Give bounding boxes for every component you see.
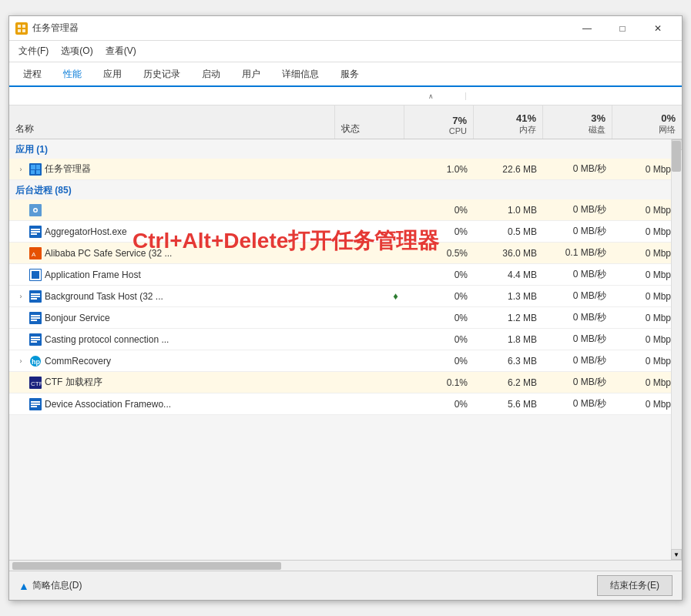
window-controls: — □ ✕ [569,16,676,41]
horizontal-scrollbar[interactable] [9,560,682,571]
expand-icon[interactable]: › [15,291,26,302]
svg-rect-8 [36,170,40,174]
maximize-button[interactable]: □ [605,16,640,41]
content-area: ∧ 名称 状态 7% CPU 41% 内存 3% 磁盘 0% [9,87,682,571]
tab-app[interactable]: 应用 [92,62,132,87]
col-header-disk[interactable]: 3% 磁盘 [543,105,612,139]
menu-options[interactable]: 选项(O) [55,42,99,61]
memory-cell: 4.4 MB [474,270,543,280]
scroll-thumb[interactable] [672,141,681,172]
tab-startup[interactable]: 启动 [191,62,231,87]
mem-pct: 41% [516,112,536,124]
table-row[interactable]: Device Association Framewo... 0% 5.6 MB … [9,393,682,415]
table-row[interactable]: A Alibaba PC Safe Service (32 ... 0.5% 3… [9,243,682,264]
expand-icon[interactable] [15,377,26,388]
expand-icon[interactable] [15,226,26,237]
svg-rect-13 [31,229,40,230]
svg-point-11 [35,209,37,211]
table-row[interactable]: Casting protocol connection ... 0% 1.8 M… [9,329,682,350]
cpu-pct: 7% [452,115,467,126]
table-row[interactable]: Bonjour Service 0% 1.2 MB 0 MB/秒 0 Mbps [9,307,682,329]
vertical-scrollbar[interactable]: ▲ ▼ [671,139,682,560]
process-name-cell: CTF CTF 加载程序 [9,376,335,389]
table-row[interactable]: › Background Task Host (32 ... ♦ 0% 1.3 … [9,286,682,307]
expand-icon[interactable]: › [15,164,26,175]
expand-icon[interactable]: › [15,356,26,367]
tab-services[interactable]: 服务 [330,62,370,87]
end-task-button[interactable]: 结束任务(E) [597,575,673,596]
memory-cell: 1.0 MB [474,205,543,216]
table-row[interactable]: › hp CommRecovery 0% 6.3 MB 0 MB/秒 0 Mbp… [9,350,682,372]
tab-history[interactable]: 历史记录 [132,62,191,87]
table-row[interactable]: Application Frame Host 0% 4.4 MB 0 MB/秒 … [9,264,682,286]
expand-icon[interactable] [15,270,26,280]
expand-icon[interactable] [15,248,26,259]
menu-file[interactable]: 文件(F) [12,42,55,61]
close-button[interactable]: ✕ [640,16,676,41]
table-row[interactable]: 0% 1.0 MB 0 MB/秒 0 Mbps [9,199,682,221]
memory-cell: 6.2 MB [474,377,543,388]
task-manager-window: 任务管理器 — □ ✕ 文件(F) 选项(O) 查看(V) 进程 性能 应用 历… [8,15,683,601]
table-row[interactable]: CTF CTF 加载程序 0.1% 6.2 MB 0 MB/秒 0 Mbps [9,372,682,393]
net-label: 网络 [659,124,676,136]
memory-cell: 1.8 MB [474,334,543,345]
disk-cell: 0 MB/秒 [543,397,612,410]
hscroll-thumb[interactable] [12,562,281,570]
process-name-text: Bonjour Service [45,313,110,323]
apps-section-header[interactable]: 应用 (1) [9,139,682,159]
cpu-sort-arrow[interactable]: ∧ [428,92,434,100]
window-title: 任务管理器 [32,22,79,35]
expand-icon[interactable] [15,205,26,216]
tab-performance[interactable]: 性能 [52,62,92,87]
device-icon [29,398,42,410]
cpu-cell: 0% [404,356,474,367]
tab-process[interactable]: 进程 [12,62,52,87]
table-row[interactable]: AggregatorHost.exe 0% 0.5 MB 0 MB/秒 0 Mb… [9,221,682,243]
expand-icon[interactable] [15,313,26,323]
menu-bar: 文件(F) 选项(O) 查看(V) [9,41,682,62]
process-name-cell: › hp CommRecovery [9,355,335,367]
minimize-button[interactable]: — [569,16,605,41]
memory-cell: 0.5 MB [474,226,543,237]
table-row[interactable]: › 任务管理器 1.0% 22.6 MB 0 MB [9,159,682,180]
svg-rect-0 [18,25,21,28]
cpu-cell: 0% [404,334,474,345]
svg-rect-21 [31,293,40,295]
expand-icon[interactable] [15,334,26,345]
svg-text:CTF: CTF [31,380,42,387]
appframe-icon [29,269,42,281]
bg-section-header[interactable]: 后台进程 (85) [9,180,682,199]
ctf-icon: CTF [29,377,42,389]
apps-section-label: 应用 (1) [15,143,48,156]
svg-rect-23 [31,298,37,300]
disk-label: 磁盘 [589,124,605,136]
brief-info-button[interactable]: ▲ 简略信息(D) [18,579,82,592]
disk-pct: 3% [591,112,605,124]
tab-details[interactable]: 详细信息 [271,62,330,87]
menu-view[interactable]: 查看(V) [99,42,143,61]
alibaba-icon: A [29,247,42,259]
tab-users[interactable]: 用户 [231,62,271,87]
process-name-cell: Casting protocol connection ... [9,333,335,346]
expand-icon[interactable] [15,399,26,410]
cpu-cell: 0% [404,313,474,323]
cpu-cell: 0.5% [404,248,474,259]
net-pct: 0% [661,112,676,124]
col-header-status[interactable]: 状态 [335,105,404,139]
process-name-cell: Bonjour Service [9,312,335,324]
svg-rect-26 [31,317,40,319]
disk-cell: 0 MB/秒 [543,268,612,281]
col-header-name[interactable]: 名称 [9,105,335,139]
svg-rect-25 [31,315,40,316]
process-name-cell: Device Association Framewo... [9,398,335,410]
tab-bar: 进程 性能 应用 历史记录 启动 用户 详细信息 服务 [9,62,682,87]
col-header-network[interactable]: 0% 网络 [612,105,682,139]
column-headers: 名称 状态 7% CPU 41% 内存 3% 磁盘 0% 网络 [9,105,682,139]
scroll-down-arrow[interactable]: ▼ [671,549,682,560]
col-header-memory[interactable]: 41% 内存 [474,105,543,139]
blue-rect-icon [29,226,42,238]
bgtask-icon [29,290,42,303]
col-header-cpu[interactable]: 7% CPU [404,105,474,139]
disk-cell: 0 MB/秒 [543,162,612,176]
leaf-icon: ♦ [393,290,398,302]
